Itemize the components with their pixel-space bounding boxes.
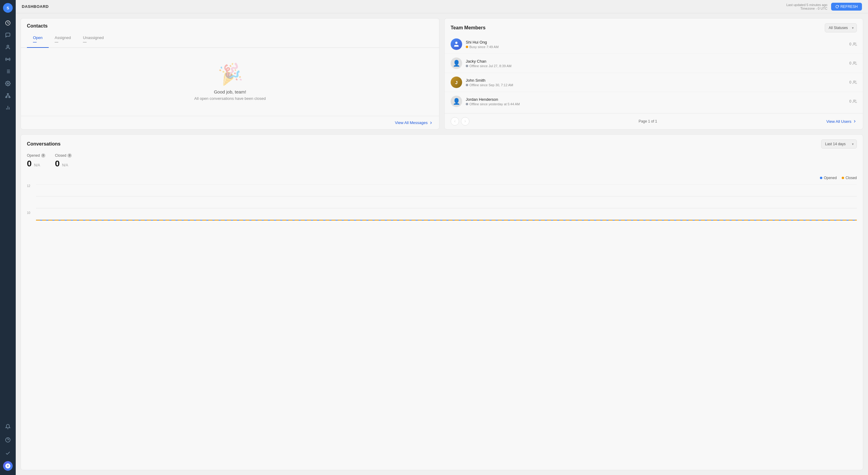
conversations-stats: Opened ? 0 N/A Closed ? 0 N/A: [21, 149, 863, 173]
view-all-messages-link[interactable]: View All Messages: [395, 120, 433, 125]
svg-point-21: [854, 81, 855, 82]
member-name: Jordan Henderson: [466, 97, 849, 102]
status-filter-wrapper: All Statuses Online Busy Offline: [825, 23, 857, 32]
tab-assigned[interactable]: Assigned —: [49, 32, 77, 48]
member-info: John Smith Offline since Sep 30, 7:12 AM: [466, 78, 849, 87]
closed-na: N/A: [62, 163, 68, 167]
list-item: J John Smith Offline since Sep 30, 7:12 …: [444, 73, 863, 92]
main-content: DASHBOARD Last updated 5 minutes ago Tim…: [16, 0, 868, 475]
chart-svg: [36, 184, 857, 220]
closed-legend-dot: [842, 177, 844, 179]
member-name: John Smith: [466, 78, 849, 83]
view-all-users-link[interactable]: View All Users: [826, 119, 857, 124]
page-info: Page 1 of 1: [639, 119, 657, 123]
list-item: Shi Hui Ong Busy since 7:49 AM 0: [444, 35, 863, 54]
team-card-header: Team Members All Statuses Online Busy Of…: [444, 19, 863, 32]
svg-point-22: [854, 100, 855, 101]
status-filter-select[interactable]: All Statuses Online Busy Offline: [825, 23, 857, 32]
member-count: 0: [849, 42, 857, 46]
svg-point-20: [854, 62, 855, 63]
member-count: 0: [849, 99, 857, 103]
member-status: Offline since Sep 30, 7:12 AM: [466, 83, 849, 87]
chart-legend: Opened Closed: [21, 173, 863, 181]
closed-value: 0: [55, 159, 60, 168]
time-filter-wrapper: Last 14 days Last 7 days Last 30 days La…: [821, 140, 857, 149]
member-count: 0: [849, 61, 857, 65]
avatar: J: [451, 77, 462, 88]
topbar: DASHBOARD Last updated 5 minutes ago Tim…: [16, 0, 868, 13]
user-profile-avatar[interactable]: [3, 461, 13, 471]
svg-point-9: [7, 83, 9, 84]
contacts-empty-state: 🎉 Good job, team! All open conversations…: [21, 48, 439, 116]
opened-legend-dot: [820, 177, 822, 179]
member-name: Shi Hui Ong: [466, 40, 849, 44]
time-filter-select[interactable]: Last 14 days Last 7 days Last 30 days La…: [821, 140, 857, 149]
sidebar: S: [0, 0, 16, 475]
empty-subtitle: All open conversations have been closed: [194, 96, 266, 101]
member-info: Jordan Henderson Offline since yesterday…: [466, 97, 849, 106]
refresh-button[interactable]: REFRESH: [831, 3, 862, 10]
prev-page-button[interactable]: [451, 117, 459, 125]
svg-rect-10: [7, 93, 9, 94]
closed-label: Closed ?: [55, 153, 72, 158]
tab-unassigned[interactable]: Unassigned —: [77, 32, 110, 48]
pagination-controls: [451, 117, 469, 125]
status-dot-offline: [466, 65, 468, 67]
team-pagination: Page 1 of 1 View All Users: [444, 113, 863, 129]
contacts-card: Contacts Open — Assigned — Unassigned — …: [21, 18, 439, 129]
next-page-button[interactable]: [461, 117, 469, 125]
avatar: [451, 38, 462, 50]
svg-point-1: [7, 45, 9, 47]
opened-stat: Opened ? 0 N/A: [27, 153, 45, 169]
team-title: Team Members: [451, 25, 486, 31]
status-dot-offline: [466, 84, 468, 86]
contacts-title: Contacts: [27, 23, 48, 29]
notifications-icon[interactable]: [2, 421, 13, 432]
list-item: 👤 Jordan Henderson Offline since yesterd…: [444, 92, 863, 111]
broadcast-icon[interactable]: [2, 54, 13, 65]
chat-icon[interactable]: [2, 30, 13, 40]
list-icon[interactable]: [2, 66, 13, 77]
member-info: Jacky Chan Offline since Jul 27, 8:39 AM: [466, 59, 849, 68]
list-item: 👤 Jacky Chan Offline since Jul 27, 8:39 …: [444, 54, 863, 73]
team-org-icon[interactable]: [2, 90, 13, 101]
y-axis-labels: 12 10: [27, 184, 30, 214]
member-count: 0: [849, 80, 857, 84]
member-status: Offline since yesterday at 5:44 AM: [466, 102, 849, 106]
opened-help-icon: ?: [41, 153, 45, 158]
member-name: Jacky Chan: [466, 59, 849, 63]
settings-icon[interactable]: [2, 78, 13, 89]
dashboard: Contacts Open — Assigned — Unassigned — …: [16, 13, 868, 475]
help-icon[interactable]: [2, 435, 13, 445]
closed-stat: Closed ? 0 N/A: [55, 153, 72, 169]
svg-rect-11: [6, 97, 7, 98]
chart-area: 12 10: [21, 181, 863, 470]
last-updated: Last updated 5 minutes ago Timezone - 0 …: [786, 3, 828, 10]
member-status: Busy since 7:49 AM: [466, 45, 849, 49]
legend-closed: Closed: [842, 176, 857, 180]
conversations-card: Conversations Last 14 days Last 7 days L…: [21, 134, 863, 470]
conversations-header: Conversations Last 14 days Last 7 days L…: [21, 135, 863, 149]
svg-rect-12: [9, 97, 10, 98]
contacts-icon[interactable]: [2, 42, 13, 53]
topbar-right: Last updated 5 minutes ago Timezone - 0 …: [786, 3, 862, 10]
legend-opened: Opened: [820, 176, 837, 180]
user-avatar[interactable]: S: [3, 3, 13, 13]
analytics-icon[interactable]: [2, 102, 13, 113]
page-title: DASHBOARD: [22, 4, 49, 9]
status-dot-busy: [466, 46, 468, 48]
check-icon[interactable]: [2, 448, 13, 459]
member-info: Shi Hui Ong Busy since 7:49 AM: [466, 40, 849, 49]
svg-point-19: [854, 43, 855, 44]
tab-open[interactable]: Open —: [27, 32, 49, 48]
svg-point-18: [455, 42, 457, 44]
conversations-title: Conversations: [27, 141, 61, 147]
contacts-footer: View All Messages: [21, 116, 439, 129]
home-icon[interactable]: [2, 18, 13, 28]
avatar: 👤: [451, 96, 462, 107]
contacts-card-header: Contacts: [21, 19, 439, 29]
member-status: Offline since Jul 27, 8:39 AM: [466, 64, 849, 68]
contacts-tabs: Open — Assigned — Unassigned —: [21, 32, 439, 48]
opened-value: 0: [27, 159, 32, 168]
closed-help-icon: ?: [67, 153, 72, 158]
